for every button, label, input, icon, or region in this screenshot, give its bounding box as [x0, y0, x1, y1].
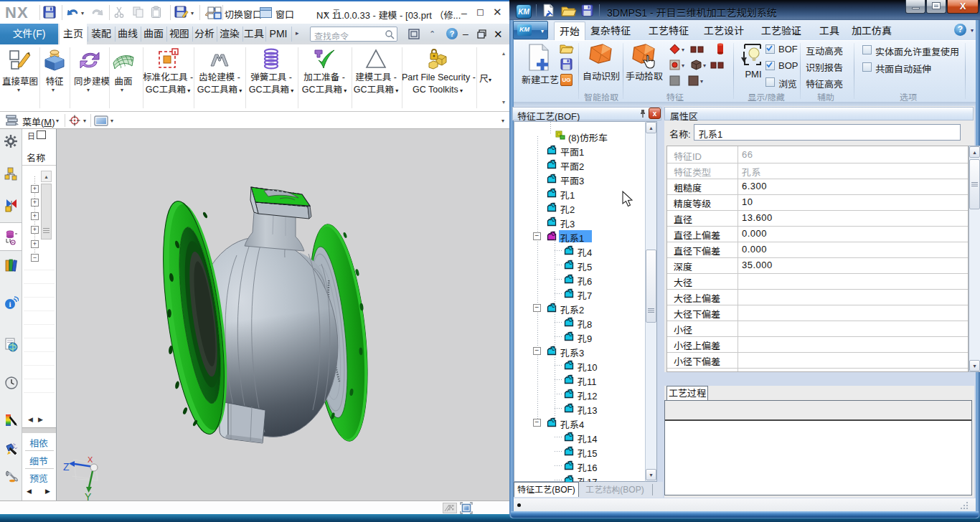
svg-text:X: X	[88, 455, 93, 464]
svg-text:Z: Z	[63, 461, 70, 473]
svg-text:Y: Y	[85, 491, 92, 500]
svg-text:i: i	[9, 300, 11, 308]
